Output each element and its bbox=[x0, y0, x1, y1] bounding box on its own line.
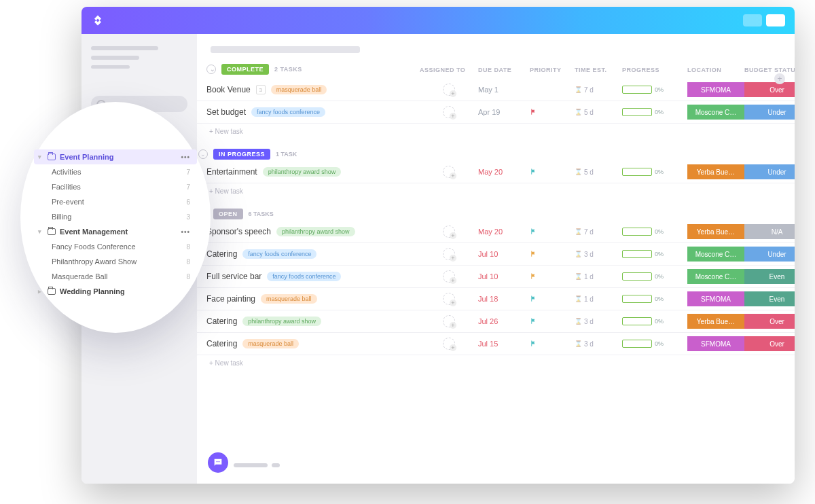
status-chip[interactable]: OPEN bbox=[213, 209, 243, 219]
assign-user-button[interactable] bbox=[443, 106, 455, 118]
priority-cell[interactable] bbox=[530, 340, 575, 348]
time-estimate[interactable]: 3 d bbox=[575, 251, 622, 258]
task-title[interactable]: Book Venue bbox=[206, 85, 251, 94]
progress-cell[interactable]: 0% bbox=[622, 108, 687, 116]
progress-cell[interactable]: 0% bbox=[622, 317, 687, 325]
location-chip[interactable]: Moscone C… bbox=[687, 105, 744, 120]
priority-flag-icon[interactable] bbox=[530, 168, 537, 175]
priority-cell[interactable] bbox=[530, 317, 575, 326]
col-budget[interactable]: BUDGET STATUS bbox=[744, 67, 795, 73]
add-column-button[interactable]: + bbox=[774, 73, 785, 84]
priority-flag-icon[interactable] bbox=[530, 228, 537, 235]
time-estimate[interactable]: 1 d bbox=[575, 273, 622, 281]
budget-chip[interactable]: Under bbox=[744, 105, 795, 120]
task-title[interactable]: Catering bbox=[206, 249, 237, 259]
priority-flag-icon[interactable] bbox=[530, 108, 537, 115]
task-tag[interactable]: fancy foods conference bbox=[267, 272, 341, 281]
location-chip[interactable]: SFMOMA bbox=[687, 82, 744, 97]
new-task-button[interactable]: + New task bbox=[197, 183, 795, 199]
location-chip[interactable]: SFMOMA bbox=[687, 291, 744, 306]
priority-cell[interactable] bbox=[530, 295, 575, 304]
time-estimate[interactable]: 3 d bbox=[575, 318, 622, 325]
task-tag[interactable]: fancy foods conference bbox=[251, 107, 325, 117]
folder-item[interactable]: ▾ Event Planning ••• bbox=[34, 149, 197, 164]
list-item[interactable]: Activities 7 bbox=[34, 164, 197, 179]
titlebar-button[interactable] bbox=[743, 14, 762, 26]
priority-flag-icon[interactable] bbox=[530, 272, 537, 280]
due-date[interactable]: Jul 18 bbox=[478, 295, 530, 303]
status-chip[interactable]: IN PROGRESS bbox=[213, 149, 270, 160]
task-tag[interactable]: masquerade ball bbox=[242, 339, 299, 348]
col-due[interactable]: DUE DATE bbox=[478, 67, 530, 73]
col-priority[interactable]: PRIORITY bbox=[530, 67, 575, 73]
location-chip[interactable]: Yerba Bue… bbox=[687, 224, 744, 239]
task-row[interactable]: Entertainment philanthropy award show Ma… bbox=[197, 161, 795, 183]
task-title[interactable]: Face painting bbox=[206, 294, 255, 304]
priority-cell[interactable] bbox=[530, 108, 575, 117]
budget-chip[interactable]: Under bbox=[744, 164, 795, 179]
task-tag[interactable]: philanthropy award show bbox=[263, 167, 342, 177]
folder-item[interactable]: ▾ Event Management ••• bbox=[34, 224, 197, 239]
task-tag[interactable]: philanthropy award show bbox=[276, 227, 355, 236]
progress-cell[interactable]: 0% bbox=[622, 295, 687, 303]
list-item[interactable]: Billing 3 bbox=[34, 209, 197, 224]
list-item[interactable]: Masquerade Ball 8 bbox=[34, 269, 197, 284]
progress-cell[interactable]: 0% bbox=[622, 340, 687, 348]
progress-cell[interactable]: 0% bbox=[622, 228, 687, 236]
task-title[interactable]: Full service bar bbox=[206, 272, 261, 281]
priority-flag-icon[interactable] bbox=[530, 250, 537, 257]
priority-cell[interactable] bbox=[530, 228, 575, 236]
task-row[interactable]: Sponsor's speech philanthropy award show… bbox=[197, 221, 795, 243]
priority-cell[interactable] bbox=[530, 168, 575, 177]
task-title[interactable]: Catering bbox=[206, 339, 237, 348]
task-title[interactable]: Entertainment bbox=[206, 167, 257, 177]
progress-cell[interactable]: 0% bbox=[622, 272, 687, 281]
list-item[interactable]: Facilities 7 bbox=[34, 179, 197, 194]
new-task-button[interactable]: + New task bbox=[197, 124, 795, 139]
task-title[interactable]: Sponsor's speech bbox=[206, 227, 271, 236]
priority-flag-icon[interactable] bbox=[530, 295, 537, 302]
due-date[interactable]: May 1 bbox=[478, 86, 530, 94]
col-est[interactable]: TIME EST. bbox=[575, 67, 622, 73]
assign-user-button[interactable] bbox=[443, 226, 455, 238]
due-date[interactable]: May 20 bbox=[478, 168, 530, 176]
budget-chip[interactable]: Even bbox=[744, 291, 795, 306]
task-row[interactable]: Full service bar fancy foods conference … bbox=[197, 266, 795, 288]
assign-user-button[interactable] bbox=[443, 315, 455, 327]
task-row[interactable]: Set budget fancy foods conference Apr 19… bbox=[197, 101, 795, 124]
budget-chip[interactable]: Over bbox=[744, 82, 795, 97]
task-tag[interactable]: masquerade ball bbox=[261, 294, 317, 304]
location-chip[interactable]: Moscone C… bbox=[687, 269, 744, 284]
time-estimate[interactable]: 7 d bbox=[575, 228, 622, 236]
more-icon[interactable]: ••• bbox=[181, 154, 190, 161]
task-row[interactable]: Catering fancy foods conference Jul 10 3… bbox=[197, 243, 795, 266]
task-title[interactable]: Set budget bbox=[206, 107, 246, 117]
progress-cell[interactable]: 0% bbox=[622, 168, 687, 176]
chat-button[interactable] bbox=[208, 452, 228, 473]
task-tag[interactable]: masquerade ball bbox=[271, 85, 327, 94]
list-item[interactable]: Philanthropy Award Show 8 bbox=[34, 254, 197, 269]
more-icon[interactable]: ••• bbox=[181, 228, 190, 236]
budget-chip[interactable]: Over bbox=[744, 336, 795, 351]
time-estimate[interactable]: 1 d bbox=[575, 295, 622, 303]
task-row[interactable]: Book Venue 3 masquerade ball May 1 7 d 0… bbox=[197, 79, 795, 101]
location-chip[interactable]: SFMOMA bbox=[687, 336, 744, 351]
new-task-button[interactable]: + New task bbox=[197, 355, 795, 371]
location-chip[interactable]: Yerba Bue… bbox=[687, 314, 744, 329]
priority-cell[interactable] bbox=[530, 250, 575, 259]
task-row[interactable]: Face painting masquerade ball Jul 18 1 d… bbox=[197, 288, 795, 310]
assign-user-button[interactable] bbox=[443, 166, 455, 178]
task-title[interactable]: Catering bbox=[206, 317, 237, 326]
task-row[interactable]: Catering masquerade ball Jul 15 3 d 0% S… bbox=[197, 333, 795, 355]
budget-chip[interactable]: N/A bbox=[744, 224, 795, 239]
assign-user-button[interactable] bbox=[443, 338, 455, 350]
time-estimate[interactable]: 3 d bbox=[575, 340, 622, 348]
assign-user-button[interactable] bbox=[443, 84, 455, 96]
col-location[interactable]: LOCATION bbox=[687, 67, 744, 73]
list-item[interactable]: Fancy Foods Conference 8 bbox=[34, 239, 197, 254]
priority-flag-icon[interactable] bbox=[530, 340, 537, 347]
titlebar-button[interactable] bbox=[766, 14, 785, 26]
task-tag[interactable]: fancy foods conference bbox=[242, 249, 316, 259]
status-chip[interactable]: COMPLETE bbox=[221, 64, 269, 75]
time-estimate[interactable]: 7 d bbox=[575, 86, 622, 94]
